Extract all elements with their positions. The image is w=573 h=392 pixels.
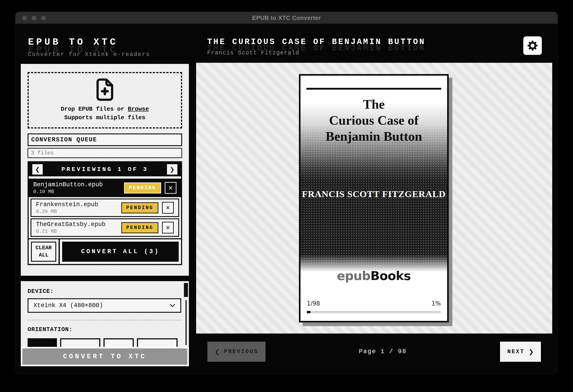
remove-file-button[interactable]: ✕	[162, 222, 174, 234]
settings-button[interactable]	[523, 36, 542, 55]
next-label: NEXT	[507, 348, 524, 355]
page-indicator: Page 1 / 98	[359, 348, 407, 355]
preview-prev-button[interactable]: ❮	[32, 164, 43, 174]
dropzone-text: Drop EPUB files or Browse Supports multi…	[61, 105, 149, 122]
queue-header: CONVERSION QUEUE	[28, 134, 182, 146]
device-label: DEVICE:	[28, 288, 181, 295]
preview-nav-label: PREVIEWING 1 OF 3	[61, 166, 148, 173]
chevron-right-icon: ❯	[528, 348, 534, 355]
file-name: Frankenstein.epub	[36, 201, 118, 208]
chevron-down-icon	[169, 304, 175, 307]
remove-file-button[interactable]: ✕	[162, 202, 174, 214]
reader-progress-bar	[307, 311, 441, 313]
file-name: TheGreatGatsby.epub	[36, 221, 118, 228]
epub-dropzone[interactable]: Drop EPUB files or Browse Supports multi…	[28, 72, 182, 128]
previous-page-button[interactable]: ❮ PREVIOUS	[207, 342, 266, 362]
status-badge: PENDING	[124, 183, 161, 193]
book-cover-preview: The Curious Case of Benjamin Button FRAN…	[299, 74, 449, 323]
orientation-option-2[interactable]	[60, 338, 100, 347]
page-navigation: ❮ PREVIOUS Page 1 / 98 NEXT ❯	[196, 341, 552, 362]
file-info: Frankenstein.epub 0.26 MB	[36, 201, 118, 215]
book-author: Francis Scott Fitzgerald	[207, 50, 426, 56]
settings-divider	[28, 320, 181, 321]
gear-icon	[527, 40, 538, 51]
orientation-label: ORIENTATION:	[28, 326, 181, 333]
file-info: TheGreatGatsby.epub 0.21 MB	[36, 221, 118, 234]
settings-panel: DEVICE: Xteink X4 (480×800) ORIENTATION:	[21, 281, 189, 347]
preview-nav: ❮ PREVIEWING 1 OF 3 ❯	[29, 162, 181, 176]
traffic-lights	[22, 12, 46, 24]
clear-all-button[interactable]: CLEAR ALL	[31, 242, 56, 262]
convert-to-xtc-button[interactable]: CONVERT TO XTC	[22, 348, 187, 365]
chevron-right-icon: ❯	[170, 166, 175, 173]
titlebar: EPUB to XTC Converter	[15, 12, 558, 24]
reader-page-counter: 1/98	[307, 300, 320, 307]
status-badge: PENDING	[121, 202, 158, 213]
settings-scrollbar-thumb[interactable]	[184, 283, 188, 297]
dropzone-line1: Drop EPUB files or	[61, 106, 128, 112]
app-title: EPUB TO XTC	[28, 37, 150, 48]
file-size: 0.26 MB	[36, 209, 118, 215]
close-icon: ✕	[166, 224, 170, 231]
cover-title-line1: The	[363, 97, 385, 112]
close-icon: ✕	[166, 205, 170, 211]
status-badge: PENDING	[121, 222, 158, 233]
queue-footer-right: CONVERT ALL (3)	[60, 239, 181, 264]
file-list: BenjaminButton.epub 0.10 MB PENDING ✕ Fr…	[29, 176, 181, 237]
page-preview-area: The Curious Case of Benjamin Button FRAN…	[196, 63, 552, 334]
book-title: THE CURIOUS CASE OF BENJAMIN BUTTON	[207, 37, 426, 47]
queue-file-count: 3 files	[28, 148, 182, 158]
previous-label: PREVIOUS	[224, 348, 258, 355]
reader-percent: 1%	[431, 300, 441, 307]
file-info: BenjaminButton.epub 0.10 MB	[33, 181, 120, 195]
file-size: 0.21 MB	[36, 229, 118, 234]
orientation-option-1[interactable]	[28, 338, 57, 347]
browse-link[interactable]: Browse	[128, 106, 149, 112]
minimize-window-button[interactable]	[32, 16, 36, 20]
orientation-options	[28, 338, 181, 347]
cover-author: FRANCIS SCOTT FITZGERALD	[301, 188, 447, 199]
remove-file-button[interactable]: ✕	[165, 182, 177, 194]
file-row-benjaminbutton[interactable]: BenjaminButton.epub 0.10 MB PENDING ✕	[29, 179, 181, 197]
publisher-logo: epubBooks	[301, 269, 447, 283]
chevron-left-icon: ❮	[35, 166, 40, 173]
convert-bar: CONVERT TO XTC	[21, 347, 189, 366]
preview-next-button[interactable]: ❯	[167, 164, 177, 174]
file-name: BenjaminButton.epub	[33, 181, 120, 188]
cover-title: The Curious Case of Benjamin Button	[301, 96, 447, 144]
close-icon: ✕	[168, 185, 173, 191]
orientation-option-3[interactable]	[104, 338, 134, 347]
file-size: 0.10 MB	[33, 189, 120, 195]
sidebar-header: EPUB TO XTC Converter for Xteink e-reade…	[28, 37, 150, 58]
app-subtitle: Converter for Xteink e-readers	[28, 51, 150, 58]
reader-statusbar: 1/98 1%	[307, 300, 441, 307]
queue-footer-left: CLEAR ALL	[29, 239, 60, 264]
zoom-window-button[interactable]	[41, 16, 46, 20]
reader-progress-fill	[307, 311, 310, 313]
next-page-button[interactable]: NEXT ❯	[500, 342, 541, 362]
app-window: EPUB to XTC Converter EPUB TO XTC Conver…	[15, 12, 558, 374]
chevron-left-icon: ❮	[215, 348, 220, 355]
queue-box: ❮ PREVIEWING 1 OF 3 ❯ BenjaminButton.epu…	[28, 161, 182, 265]
file-row-frankenstein[interactable]: Frankenstein.epub 0.26 MB PENDING ✕	[31, 199, 179, 217]
dropzone-line2: Supports multiple files	[64, 114, 145, 121]
file-plus-icon	[95, 78, 115, 101]
orientation-option-4[interactable]	[137, 338, 178, 347]
publisher-logo-bold: Books	[370, 269, 411, 283]
settings-scrollbar-track[interactable]	[185, 300, 187, 345]
device-select-value: Xteink X4 (480×800)	[34, 302, 103, 309]
cover-rule	[306, 88, 441, 90]
publisher-logo-light: epub	[337, 269, 370, 283]
close-window-button[interactable]	[22, 16, 27, 20]
cover-title-line2: Curious Case of	[329, 113, 418, 128]
convert-all-button[interactable]: CONVERT ALL (3)	[62, 242, 179, 262]
main-header: THE CURIOUS CASE OF BENJAMIN BUTTON Fran…	[207, 37, 426, 56]
window-title: EPUB to XTC Converter	[252, 15, 321, 21]
cover-title-line3: Benjamin Button	[326, 129, 422, 144]
device-select[interactable]: Xteink X4 (480×800)	[28, 298, 181, 313]
queue-panel: Drop EPUB files or Browse Supports multi…	[21, 64, 189, 276]
file-row-thegreatgatsby[interactable]: TheGreatGatsby.epub 0.21 MB PENDING ✕	[31, 218, 179, 237]
queue-footer: CLEAR ALL CONVERT ALL (3)	[29, 238, 181, 264]
